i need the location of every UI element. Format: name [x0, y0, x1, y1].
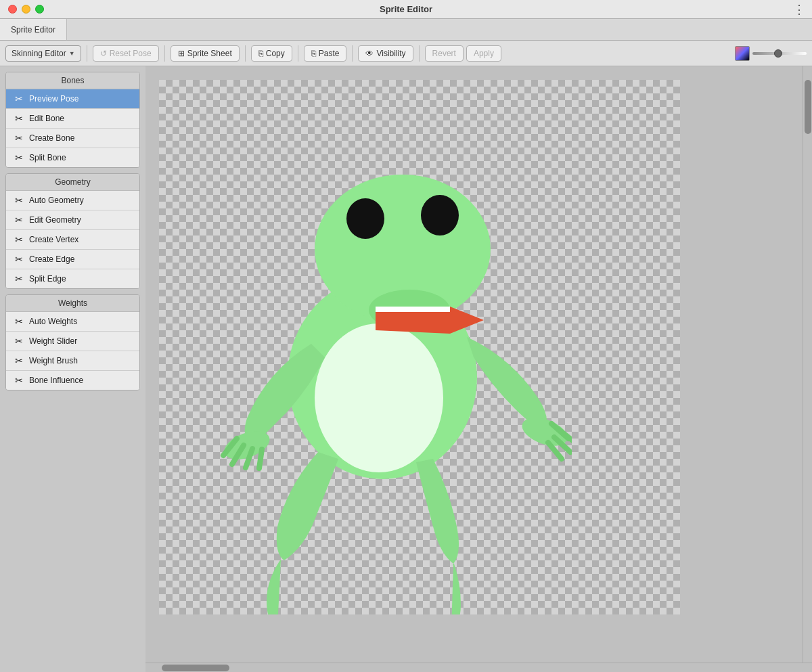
separator-4: [298, 45, 298, 62]
bone-influence-icon: ✂: [13, 375, 25, 386]
dropdown-arrow-icon: ▼: [69, 50, 75, 57]
close-button[interactable]: [8, 5, 17, 14]
vertical-scrollbar[interactable]: [803, 66, 812, 663]
window-controls: [8, 5, 44, 14]
toolbar: Skinning Editor ▼ ↺ Reset Pose ⊞ Sprite …: [0, 41, 812, 66]
paste-icon: ⎘: [311, 49, 316, 58]
opacity-slider-track[interactable]: [752, 52, 807, 55]
minimize-button[interactable]: [22, 5, 30, 14]
edit-bone-icon: ✂: [13, 113, 25, 124]
menu-icon[interactable]: ⋮: [793, 2, 805, 17]
sprite-sheet-button[interactable]: ⊞ Sprite Sheet: [171, 45, 240, 62]
visibility-button[interactable]: 👁 Visibility: [358, 45, 413, 62]
split-edge-icon: ✂: [13, 273, 25, 284]
canvas-area: [145, 66, 812, 672]
separator-3: [245, 45, 246, 62]
vertical-scrollbar-thumb[interactable]: [805, 80, 811, 134]
create-edge-icon: ✂: [13, 254, 25, 265]
svg-rect-7: [376, 307, 450, 312]
window-title: Sprite Editor: [380, 4, 432, 14]
separator-6: [419, 45, 420, 62]
copy-button[interactable]: ⎘ Copy: [251, 45, 292, 62]
create-bone-icon: ✂: [13, 133, 25, 143]
horizontal-scrollbar-thumb[interactable]: [162, 665, 229, 671]
reset-pose-icon: ↺: [100, 49, 107, 58]
frog-sprite: [200, 87, 572, 614]
weights-section: Weights ✂ Auto Weights ✂ Weight Slider ✂…: [5, 294, 140, 390]
auto-geometry-button[interactable]: ✂ Auto Geometry: [6, 191, 139, 210]
horizontal-scrollbar[interactable]: [145, 663, 812, 672]
svg-point-1: [315, 323, 443, 472]
tab-bar: Sprite Editor: [0, 19, 812, 41]
svg-point-4: [421, 195, 459, 236]
split-bone-button[interactable]: ✂ Split Bone: [6, 148, 139, 167]
sprite-sheet-icon: ⊞: [178, 49, 185, 58]
weight-slider-button[interactable]: ✂ Weight Slider: [6, 332, 139, 351]
title-bar: Sprite Editor ⋮: [0, 0, 812, 19]
tab-sprite-editor[interactable]: Sprite Editor: [0, 19, 67, 40]
weight-brush-button[interactable]: ✂ Weight Brush: [6, 351, 139, 371]
edit-geometry-icon: ✂: [13, 215, 25, 225]
create-bone-button[interactable]: ✂ Create Bone: [6, 129, 139, 148]
copy-icon: ⎘: [258, 49, 263, 58]
opacity-slider-container: [752, 52, 807, 55]
left-panel: Bones ✂ Preview Pose ✂ Edit Bone ✂ Creat…: [0, 66, 145, 672]
maximize-button[interactable]: [35, 5, 44, 14]
auto-weights-button[interactable]: ✂ Auto Weights: [6, 312, 139, 332]
canvas-viewport[interactable]: [159, 80, 680, 614]
separator-5: [352, 45, 353, 62]
main-content: Bones ✂ Preview Pose ✂ Edit Bone ✂ Creat…: [0, 66, 812, 672]
bones-header: Bones: [6, 72, 139, 89]
weight-brush-icon: ✂: [13, 355, 25, 366]
svg-line-12: [259, 449, 262, 468]
edit-geometry-button[interactable]: ✂ Edit Geometry: [6, 210, 139, 230]
edit-bone-button[interactable]: ✂ Edit Bone: [6, 109, 139, 129]
create-edge-button[interactable]: ✂ Create Edge: [6, 250, 139, 269]
weight-slider-icon: ✂: [13, 336, 25, 346]
canvas-row: [145, 66, 812, 663]
create-vertex-icon: ✂: [13, 234, 25, 245]
revert-button[interactable]: Revert: [425, 45, 464, 62]
svg-point-3: [346, 198, 384, 239]
separator-2: [164, 45, 165, 62]
paste-button[interactable]: ⎘ Paste: [304, 45, 347, 62]
color-preview[interactable]: [735, 46, 750, 61]
auto-weights-icon: ✂: [13, 316, 25, 327]
opacity-slider-thumb[interactable]: [774, 49, 782, 58]
weights-header: Weights: [6, 295, 139, 312]
visibility-icon: 👁: [365, 49, 374, 58]
apply-button[interactable]: Apply: [466, 45, 501, 62]
geometry-section: Geometry ✂ Auto Geometry ✂ Edit Geometry…: [5, 173, 140, 289]
separator-1: [87, 45, 87, 62]
bone-influence-button[interactable]: ✂ Bone Influence: [6, 371, 139, 390]
bones-section: Bones ✂ Preview Pose ✂ Edit Bone ✂ Creat…: [5, 72, 140, 168]
create-vertex-button[interactable]: ✂ Create Vertex: [6, 230, 139, 250]
split-edge-button[interactable]: ✂ Split Edge: [6, 269, 139, 288]
split-bone-icon: ✂: [13, 152, 25, 163]
canvas-scroll-area[interactable]: [145, 66, 803, 663]
skinning-editor-button[interactable]: Skinning Editor ▼: [5, 45, 81, 62]
reset-pose-button[interactable]: ↺ Reset Pose: [93, 45, 159, 62]
preview-pose-icon: ✂: [13, 93, 25, 104]
preview-pose-button[interactable]: ✂ Preview Pose: [6, 89, 139, 109]
geometry-header: Geometry: [6, 174, 139, 191]
auto-geometry-icon: ✂: [13, 195, 25, 206]
